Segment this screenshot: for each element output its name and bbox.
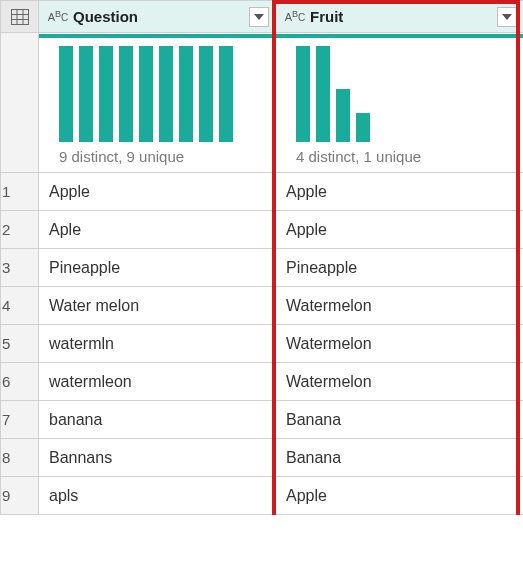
cell-fruit[interactable]: Watermelon (276, 325, 524, 363)
table-corner-icon[interactable] (1, 1, 39, 33)
column-header-question[interactable]: ABC Question (39, 1, 276, 33)
table-row[interactable]: 2ApleApple (1, 211, 524, 249)
cell-question[interactable]: Apple (39, 173, 276, 211)
row-number[interactable]: 8 (1, 439, 39, 477)
table-row[interactable]: 8BannansBanana (1, 439, 524, 477)
cell-question[interactable]: Bannans (39, 439, 276, 477)
data-table: ABC Question ABC Fruit 9 distin (0, 0, 523, 515)
table-row[interactable]: 9aplsApple (1, 477, 524, 515)
column-profile-question[interactable]: 9 distinct, 9 unique (39, 33, 276, 173)
distribution-bar (296, 46, 310, 142)
cell-fruit[interactable]: Apple (276, 211, 524, 249)
distribution-bar (199, 46, 213, 142)
distribution-bar (316, 46, 330, 142)
row-number[interactable]: 9 (1, 477, 39, 515)
row-number[interactable]: 4 (1, 287, 39, 325)
distribution-bar (159, 46, 173, 142)
cell-fruit[interactable]: Watermelon (276, 363, 524, 401)
distribution-bar (219, 46, 233, 142)
distribution-bar (99, 46, 113, 142)
cell-fruit[interactable]: Apple (276, 173, 524, 211)
cell-question[interactable]: watermln (39, 325, 276, 363)
row-number[interactable]: 3 (1, 249, 39, 287)
column-filter-dropdown[interactable] (249, 7, 269, 27)
cell-question[interactable]: Pineapple (39, 249, 276, 287)
svg-rect-0 (11, 9, 28, 24)
column-label: Question (69, 8, 249, 25)
table-row[interactable]: 1AppleApple (1, 173, 524, 211)
row-number[interactable]: 7 (1, 401, 39, 439)
profile-summary: 9 distinct, 9 unique (59, 142, 265, 165)
cell-question[interactable]: watermleon (39, 363, 276, 401)
cell-question[interactable]: Aple (39, 211, 276, 249)
text-type-icon: ABC (47, 8, 69, 26)
table-row[interactable]: 7bananaBanana (1, 401, 524, 439)
distribution-bar (179, 46, 193, 142)
distribution-bars (296, 46, 513, 142)
cell-fruit[interactable]: Pineapple (276, 249, 524, 287)
cell-fruit[interactable]: Apple (276, 477, 524, 515)
column-header-fruit[interactable]: ABC Fruit (276, 1, 524, 33)
column-filter-dropdown[interactable] (497, 7, 517, 27)
cell-question[interactable]: apls (39, 477, 276, 515)
cell-fruit[interactable]: Watermelon (276, 287, 524, 325)
cell-fruit[interactable]: Banana (276, 401, 524, 439)
table-row[interactable]: 3PineapplePineapple (1, 249, 524, 287)
column-label: Fruit (306, 8, 497, 25)
distribution-bar (59, 46, 73, 142)
distribution-bar (356, 113, 370, 142)
table-row[interactable]: 5watermlnWatermelon (1, 325, 524, 363)
row-number[interactable]: 2 (1, 211, 39, 249)
row-number[interactable]: 1 (1, 173, 39, 211)
table-row[interactable]: 6watermleonWatermelon (1, 363, 524, 401)
cell-question[interactable]: banana (39, 401, 276, 439)
row-number[interactable]: 5 (1, 325, 39, 363)
distribution-bar (119, 46, 133, 142)
profile-gutter (1, 33, 39, 173)
distribution-bar (139, 46, 153, 142)
column-profile-fruit[interactable]: 4 distinct, 1 unique (276, 33, 524, 173)
cell-question[interactable]: Water melon (39, 287, 276, 325)
text-type-icon: ABC (284, 8, 306, 26)
distribution-bar (79, 46, 93, 142)
table-row[interactable]: 4Water melonWatermelon (1, 287, 524, 325)
row-number[interactable]: 6 (1, 363, 39, 401)
profile-summary: 4 distinct, 1 unique (296, 142, 513, 165)
distribution-bar (336, 89, 350, 142)
cell-fruit[interactable]: Banana (276, 439, 524, 477)
distribution-bars (59, 46, 265, 142)
